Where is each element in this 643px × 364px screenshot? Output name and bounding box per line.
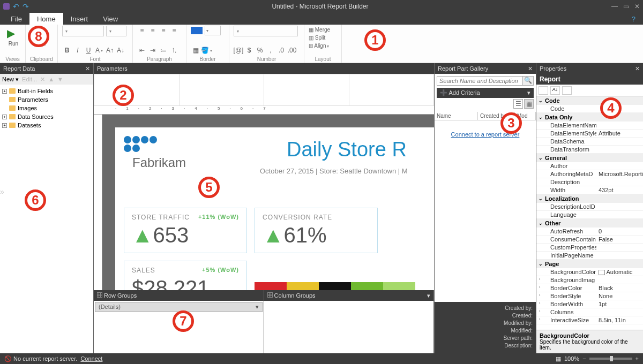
grow-font-button[interactable]: A↑ <box>105 46 115 55</box>
server-status-text: No current report server. <box>13 355 77 362</box>
status-connect-link[interactable]: Connect <box>80 355 102 362</box>
font-color-button[interactable]: A <box>94 46 104 55</box>
align-left-button[interactable]: ≡ <box>137 26 147 35</box>
font-size-select[interactable] <box>106 26 126 36</box>
indent-button[interactable]: ⇥ <box>148 46 158 55</box>
report-data-panel: Report Data ✕ New ▾ Edit... ✕ ▲ ▼ +Built… <box>0 63 94 353</box>
fill-color-button[interactable]: 🪣 <box>201 46 211 55</box>
property-description: BackgroundColor Specifies the background… <box>536 330 643 353</box>
annotation-4: 4 <box>600 97 622 119</box>
undo-icon[interactable]: ↶ <box>13 2 19 11</box>
number-list-button[interactable]: ⒈ <box>169 46 179 55</box>
border-color-swatch[interactable] <box>191 27 203 34</box>
report-data-close-icon[interactable]: ✕ <box>85 65 90 72</box>
search-icon[interactable]: 🔍 <box>523 76 534 86</box>
save-icon[interactable] <box>3 3 10 10</box>
group-border: Border <box>186 56 229 62</box>
menu-file[interactable]: File <box>3 13 29 25</box>
percent-button[interactable]: % <box>255 46 265 55</box>
new-button[interactable]: New ▾ <box>2 76 19 83</box>
tree-item[interactable]: +Built-in Fields <box>2 87 91 95</box>
properties-object: Report <box>536 74 643 85</box>
align-center-button[interactable]: ≡ <box>148 26 158 35</box>
group-layout: Layout <box>304 56 341 62</box>
view-mode-icon[interactable]: ▦ <box>556 355 561 362</box>
border-style-select[interactable] <box>205 26 221 35</box>
justify-button[interactable]: ≡ <box>169 26 179 35</box>
merge-button[interactable]: ▦ Merge <box>309 26 337 34</box>
minimize-icon[interactable]: — <box>611 3 618 10</box>
increase-decimal-button[interactable]: .0 <box>276 46 286 55</box>
gallery-close-icon[interactable]: ✕ <box>528 65 533 72</box>
number-format-select[interactable] <box>234 26 298 36</box>
edit-button[interactable]: Edit... <box>22 76 37 82</box>
connect-server-link[interactable]: Connect to a report server <box>435 131 536 138</box>
report-data-tree: +Built-in Fields +Parameters +Images +Da… <box>0 85 93 132</box>
property-pages-icon[interactable] <box>562 86 572 95</box>
group-font: Font <box>58 56 132 62</box>
placeholder-button[interactable]: [@] <box>234 46 243 55</box>
align-button[interactable]: ⊞ Align <box>309 42 337 50</box>
zoom-slider[interactable] <box>589 358 632 360</box>
align-right-button[interactable]: ≡ <box>159 26 168 35</box>
title-bar: ↶ ↷ Untitled - Microsoft Report Builder … <box>0 0 643 13</box>
bold-button[interactable]: B <box>62 46 72 55</box>
gallery-search-input[interactable] <box>437 76 523 86</box>
maximize-icon[interactable]: ▭ <box>623 3 629 10</box>
horizontal-ruler: ·1·2·3·4·5·6·7 <box>94 106 434 115</box>
parameter-grid[interactable] <box>94 74 434 106</box>
tree-item[interactable]: +Images <box>2 104 91 112</box>
zoom-out-button[interactable]: − <box>582 355 586 362</box>
view-grid-icon[interactable]: ▦ <box>524 99 534 109</box>
annotation-5: 5 <box>198 177 220 198</box>
properties-panel: Properties✕ Report A↓ ⌄Code Code ⌄Data O… <box>536 63 643 353</box>
move-down-icon[interactable]: ▼ <box>57 76 63 82</box>
properties-close-icon[interactable]: ✕ <box>635 65 640 72</box>
report-subline: October 27, 2015 | Store: Seattle Downto… <box>260 167 408 175</box>
grid-icon <box>267 292 273 298</box>
group-paragraph: Paragraph <box>133 56 186 62</box>
annotation-2: 2 <box>113 85 134 106</box>
bullet-list-button[interactable]: ≔ <box>159 46 168 55</box>
italic-button[interactable]: I <box>73 46 83 55</box>
decrease-decimal-button[interactable]: .00 <box>287 46 297 55</box>
currency-button[interactable]: $ <box>244 46 254 55</box>
tree-item[interactable]: +Datasets <box>2 121 91 130</box>
zoom-level: 100% <box>564 355 579 362</box>
design-surface[interactable]: ·1·2·3·4·5·6·7 Fabrikam Daily Store R Oc… <box>94 106 434 290</box>
menu-view[interactable]: View <box>95 13 125 25</box>
tree-item[interactable]: +Parameters <box>2 95 91 104</box>
view-list-icon[interactable]: ☰ <box>513 99 523 109</box>
outdent-button[interactable]: ⇤ <box>137 46 147 55</box>
close-icon[interactable]: ✕ <box>634 3 640 10</box>
row-group-details[interactable]: (Details)▾ <box>95 302 263 312</box>
expand-handle-icon[interactable]: » <box>0 187 4 196</box>
help-icon[interactable]: ? <box>624 13 643 25</box>
alphabetical-icon[interactable]: A↓ <box>550 86 560 95</box>
comma-button[interactable]: , <box>266 46 275 55</box>
underline-button[interactable]: U <box>84 46 93 55</box>
categorized-icon[interactable] <box>539 86 548 95</box>
annotation-6: 6 <box>25 189 46 211</box>
menu-home[interactable]: Home <box>29 13 63 25</box>
menu-insert[interactable]: Insert <box>63 13 96 25</box>
logo-icon <box>124 136 161 152</box>
redo-icon[interactable]: ↷ <box>23 2 29 11</box>
add-criteria-button[interactable]: ➕ Add Criteria▾ <box>437 88 534 98</box>
font-family-select[interactable] <box>62 26 104 36</box>
vertical-ruler <box>94 115 102 290</box>
delete-icon[interactable]: ✕ <box>40 76 45 83</box>
annotation-7: 7 <box>173 310 194 332</box>
tree-item[interactable]: +Data Sources <box>2 112 91 121</box>
groups-menu-icon[interactable]: ▾ <box>427 292 430 299</box>
shrink-font-button[interactable]: A↓ <box>116 46 125 55</box>
parameters-title: Parameters <box>97 65 128 72</box>
annotation-8: 8 <box>28 26 49 47</box>
move-up-icon[interactable]: ▲ <box>48 76 54 82</box>
property-grid[interactable]: ⌄Code Code ⌄Data Only DataElementName Da… <box>536 96 643 330</box>
split-button[interactable]: ▥ Split <box>309 34 337 42</box>
border-button[interactable]: ▦ <box>191 46 200 55</box>
annotation-3: 3 <box>500 112 522 134</box>
zoom-in-button[interactable]: + <box>635 355 639 362</box>
run-button[interactable]: ▶ Run <box>4 26 23 47</box>
